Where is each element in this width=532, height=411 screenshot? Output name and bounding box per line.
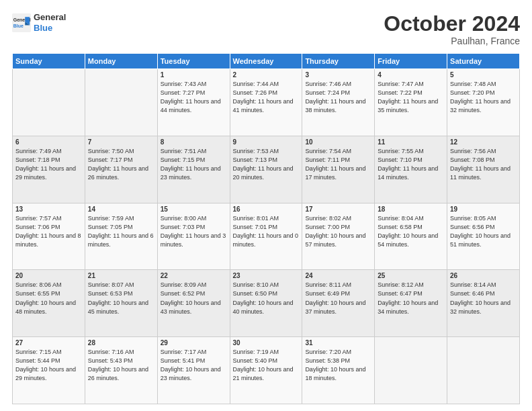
day-cell: 24Sunrise: 8:11 AMSunset: 6:49 PMDayligh… [302,270,375,337]
day-info: Sunrise: 7:48 AMSunset: 7:20 PMDaylight:… [450,80,517,115]
day-info: Sunrise: 8:10 AMSunset: 6:50 PMDaylight:… [233,281,300,316]
day-info: Sunrise: 7:49 AMSunset: 7:18 PMDaylight:… [15,147,82,182]
day-info: Sunrise: 8:00 AMSunset: 7:03 PMDaylight:… [161,214,227,249]
day-number: 24 [305,272,371,279]
day-number: 7 [88,138,154,146]
day-number: 28 [88,339,154,347]
day-info: Sunrise: 7:50 AMSunset: 7:17 PMDaylight:… [88,147,154,182]
day-info: Sunrise: 7:55 AMSunset: 7:10 PMDaylight:… [378,147,444,182]
day-cell: 19Sunrise: 8:05 AMSunset: 6:56 PMDayligh… [447,203,520,270]
day-info: Sunrise: 7:53 AMSunset: 7:13 PMDaylight:… [233,147,300,182]
day-info: Sunrise: 8:11 AMSunset: 6:49 PMDaylight:… [305,281,371,316]
day-cell: 6Sunrise: 7:49 AMSunset: 7:18 PMDaylight… [13,136,85,203]
day-cell: 5Sunrise: 7:48 AMSunset: 7:20 PMDaylight… [447,69,520,136]
day-cell: 20Sunrise: 8:06 AMSunset: 6:55 PMDayligh… [13,270,85,337]
day-info: Sunrise: 7:16 AMSunset: 5:43 PMDaylight:… [88,348,154,383]
day-cell: 1Sunrise: 7:43 AMSunset: 7:27 PMDaylight… [157,69,230,136]
day-number: 30 [233,339,300,347]
day-cell [447,337,520,404]
day-info: Sunrise: 8:06 AMSunset: 6:55 PMDaylight:… [15,281,82,316]
day-cell: 31Sunrise: 7:20 AMSunset: 5:38 PMDayligh… [302,337,375,404]
day-number: 22 [161,272,227,279]
day-cell: 23Sunrise: 8:10 AMSunset: 6:50 PMDayligh… [230,270,302,337]
day-number: 16 [233,205,300,213]
day-number: 25 [378,272,444,279]
month-title: October 2024 [384,12,520,36]
day-info: Sunrise: 8:12 AMSunset: 6:47 PMDaylight:… [378,281,444,316]
day-number: 13 [15,205,82,213]
day-cell: 4Sunrise: 7:47 AMSunset: 7:22 PMDaylight… [375,69,447,136]
day-cell: 2Sunrise: 7:44 AMSunset: 7:26 PMDaylight… [230,69,302,136]
day-info: Sunrise: 7:54 AMSunset: 7:11 PMDaylight:… [305,147,371,182]
day-header-thursday: Thursday [302,54,375,69]
day-cell: 26Sunrise: 8:14 AMSunset: 6:46 PMDayligh… [447,270,520,337]
day-info: Sunrise: 7:46 AMSunset: 7:24 PMDaylight:… [305,80,371,115]
week-row-3: 13Sunrise: 7:57 AMSunset: 7:06 PMDayligh… [13,203,520,270]
day-info: Sunrise: 8:04 AMSunset: 6:58 PMDaylight:… [378,214,444,249]
week-row-4: 20Sunrise: 8:06 AMSunset: 6:55 PMDayligh… [13,270,520,337]
day-header-wednesday: Wednesday [230,54,302,69]
day-number: 5 [450,71,517,79]
day-number: 27 [15,339,82,347]
day-info: Sunrise: 8:02 AMSunset: 7:00 PMDaylight:… [305,214,371,249]
day-cell: 17Sunrise: 8:02 AMSunset: 7:00 PMDayligh… [302,203,375,270]
day-cell: 14Sunrise: 7:59 AMSunset: 7:05 PMDayligh… [85,203,157,270]
day-cell [13,69,85,136]
page: General Blue General Blue October 2024 P… [0,0,532,411]
day-number: 3 [305,71,371,79]
day-cell: 10Sunrise: 7:54 AMSunset: 7:11 PMDayligh… [302,136,375,203]
logo-line2: Blue [34,23,66,34]
logo-text: General Blue [34,12,66,33]
day-cell [375,337,447,404]
day-info: Sunrise: 7:56 AMSunset: 7:08 PMDaylight:… [450,147,517,182]
day-cell: 21Sunrise: 8:07 AMSunset: 6:53 PMDayligh… [85,270,157,337]
day-header-monday: Monday [85,54,157,69]
day-info: Sunrise: 7:20 AMSunset: 5:38 PMDaylight:… [305,348,371,383]
day-cell: 27Sunrise: 7:15 AMSunset: 5:44 PMDayligh… [13,337,85,404]
day-cell: 18Sunrise: 8:04 AMSunset: 6:58 PMDayligh… [375,203,447,270]
day-number: 10 [305,138,371,146]
day-info: Sunrise: 7:44 AMSunset: 7:26 PMDaylight:… [233,80,300,115]
day-cell: 29Sunrise: 7:17 AMSunset: 5:41 PMDayligh… [157,337,230,404]
day-header-saturday: Saturday [447,54,520,69]
day-cell: 30Sunrise: 7:19 AMSunset: 5:40 PMDayligh… [230,337,302,404]
day-info: Sunrise: 7:17 AMSunset: 5:41 PMDaylight:… [161,348,227,383]
day-cell: 9Sunrise: 7:53 AMSunset: 7:13 PMDaylight… [230,136,302,203]
day-number: 15 [161,205,227,213]
day-number: 23 [233,272,300,279]
day-number: 14 [88,205,154,213]
day-number: 19 [450,205,517,213]
day-info: Sunrise: 7:43 AMSunset: 7:27 PMDaylight:… [161,80,227,115]
week-row-2: 6Sunrise: 7:49 AMSunset: 7:18 PMDaylight… [13,136,520,203]
day-info: Sunrise: 8:07 AMSunset: 6:53 PMDaylight:… [88,281,154,316]
day-cell: 8Sunrise: 7:51 AMSunset: 7:15 PMDaylight… [157,136,230,203]
day-info: Sunrise: 8:05 AMSunset: 6:56 PMDaylight:… [450,214,517,249]
svg-text:Blue: Blue [13,24,24,28]
day-info: Sunrise: 8:09 AMSunset: 6:52 PMDaylight:… [161,281,227,316]
logo-icon: General Blue [12,13,31,32]
day-info: Sunrise: 8:14 AMSunset: 6:46 PMDaylight:… [450,281,517,316]
day-cell: 12Sunrise: 7:56 AMSunset: 7:08 PMDayligh… [447,136,520,203]
day-info: Sunrise: 7:59 AMSunset: 7:05 PMDaylight:… [88,214,154,249]
title-area: October 2024 Paulhan, France [384,12,520,46]
day-cell: 25Sunrise: 8:12 AMSunset: 6:47 PMDayligh… [375,270,447,337]
day-number: 9 [233,138,300,146]
day-cell [85,69,157,136]
day-info: Sunrise: 7:51 AMSunset: 7:15 PMDaylight:… [161,147,227,182]
day-number: 21 [88,272,154,279]
week-row-5: 27Sunrise: 7:15 AMSunset: 5:44 PMDayligh… [13,337,520,404]
day-number: 29 [161,339,227,347]
day-number: 11 [378,138,444,146]
day-header-tuesday: Tuesday [157,54,230,69]
day-info: Sunrise: 8:01 AMSunset: 7:01 PMDaylight:… [233,214,300,249]
day-cell: 7Sunrise: 7:50 AMSunset: 7:17 PMDaylight… [85,136,157,203]
day-cell: 16Sunrise: 8:01 AMSunset: 7:01 PMDayligh… [230,203,302,270]
day-number: 26 [450,272,517,279]
day-number: 20 [15,272,82,279]
day-header-sunday: Sunday [13,54,85,69]
day-info: Sunrise: 7:15 AMSunset: 5:44 PMDaylight:… [15,348,82,383]
day-info: Sunrise: 7:57 AMSunset: 7:06 PMDaylight:… [15,214,82,249]
day-cell: 11Sunrise: 7:55 AMSunset: 7:10 PMDayligh… [375,136,447,203]
week-row-1: 1Sunrise: 7:43 AMSunset: 7:27 PMDaylight… [13,69,520,136]
day-header-friday: Friday [375,54,447,69]
